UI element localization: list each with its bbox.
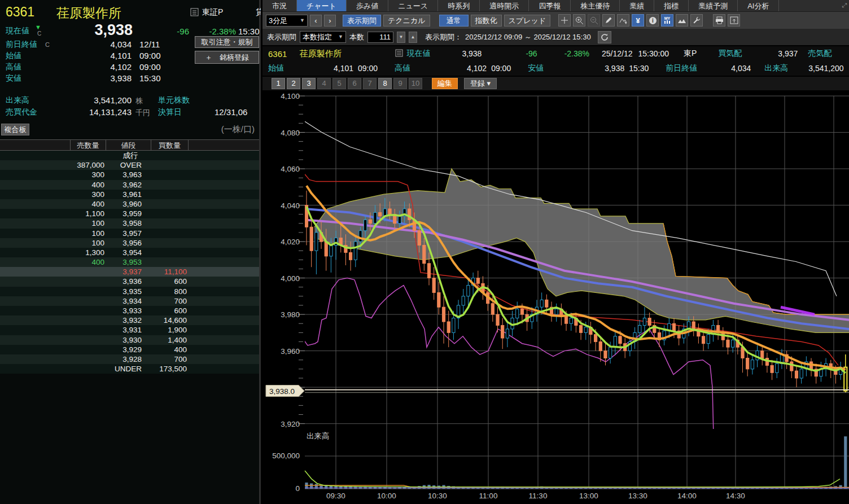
order-book-row[interactable]: 1,1003,959 xyxy=(0,209,259,218)
order-book-row[interactable]: UNDER173,500 xyxy=(0,364,259,374)
print-icon[interactable] xyxy=(713,14,725,27)
buy-qty: 400 xyxy=(157,345,187,354)
quote-row-label: 安値 xyxy=(6,73,21,84)
price-change: -96 xyxy=(158,27,189,36)
page-button-8[interactable]: 8 xyxy=(378,78,392,89)
board-price: 3,933 xyxy=(117,306,142,315)
indexed-mode-button[interactable]: 指数化 xyxy=(471,15,502,27)
bar-count-input[interactable] xyxy=(367,32,393,43)
menu-tab-四季報[interactable]: 四季報 xyxy=(529,0,571,11)
order-book-row[interactable]: 3,9311,900 xyxy=(0,325,259,335)
menu-tab-ニュース[interactable]: ニュース xyxy=(388,0,438,11)
composite-board-button[interactable]: 複合板 xyxy=(1,124,29,135)
menu-tab-指標[interactable]: 指標 xyxy=(654,0,689,11)
register-button[interactable]: 登録 ▾ xyxy=(464,78,497,89)
trade-caution-button[interactable]: 取引注意・規制 xyxy=(195,36,259,48)
order-book-row[interactable]: 3,934700 xyxy=(0,296,259,306)
order-book-row[interactable]: 3,9301,400 xyxy=(0,335,259,345)
my-chart-icon[interactable]: MY xyxy=(661,14,673,27)
order-book-row[interactable]: 3,929400 xyxy=(0,345,259,354)
order-book-row[interactable]: 成行 xyxy=(0,151,259,160)
page-button-6[interactable]: 6 xyxy=(348,78,361,89)
mountain-chart-icon[interactable] xyxy=(676,14,688,27)
menu-tab-チャート[interactable]: チャート xyxy=(297,0,347,11)
menu-tab-業績予測[interactable]: 業績予測 xyxy=(689,0,738,11)
page-button-9[interactable]: 9 xyxy=(393,78,407,89)
order-book-row[interactable]: 1,3003,954 xyxy=(0,248,259,257)
count-up-spinner[interactable]: ▲ xyxy=(409,32,417,43)
menu-tab-業績[interactable]: 業績 xyxy=(620,0,654,11)
document-icon[interactable] xyxy=(190,8,199,19)
menu-tab-株主優待[interactable]: 株主優待 xyxy=(571,0,620,11)
order-book-row[interactable]: 1003,956 xyxy=(0,238,259,248)
zoom-out-icon[interactable] xyxy=(588,14,600,27)
page-button-3[interactable]: 3 xyxy=(302,78,316,89)
order-book-row[interactable]: 3,936600 xyxy=(0,277,259,286)
bid-value: 3,937 xyxy=(778,49,798,58)
order-book-row[interactable]: 3,928700 xyxy=(0,354,259,364)
period-button[interactable]: 表示期間 xyxy=(343,15,381,27)
info-price: 3,938 xyxy=(462,49,482,58)
order-book-row[interactable]: 3,93711,100 xyxy=(0,267,259,277)
next-button[interactable]: › xyxy=(324,15,336,27)
crosshair-icon[interactable] xyxy=(558,14,571,27)
spread-mode-button[interactable]: スプレッド xyxy=(504,15,551,27)
page-button-5[interactable]: 5 xyxy=(332,78,346,89)
yen-scale-icon[interactable]: ¥ xyxy=(632,14,644,27)
buy-qty: 800 xyxy=(157,287,187,296)
quote-row-value: 4,101 xyxy=(52,51,132,60)
board-price: 3,960 xyxy=(117,199,142,209)
current-mark: C xyxy=(37,30,41,37)
board-price: 3,961 xyxy=(117,190,142,199)
refresh-icon[interactable] xyxy=(598,31,611,43)
order-book-row[interactable]: 4003,962 xyxy=(0,180,259,190)
document-icon[interactable] xyxy=(395,49,403,59)
order-book-row[interactable]: 3003,963 xyxy=(0,170,259,179)
period-mode-select[interactable]: 本数指定▼ xyxy=(300,31,346,43)
page-button-4[interactable]: 4 xyxy=(317,78,331,89)
chart-info-row2: 始値 4,101 09:00 高値 4,102 09:00 安値 3,938 1… xyxy=(262,61,849,76)
ask-label: 売気配 xyxy=(808,49,832,59)
count-down-spinner[interactable]: ▼ xyxy=(397,32,405,43)
sell-qty: 387,000 xyxy=(77,160,104,170)
order-book-row[interactable]: 3003,961 xyxy=(0,190,259,199)
menu-tab-時系列[interactable]: 時系列 xyxy=(438,0,480,11)
buy-qty-header: 買数量 xyxy=(151,140,189,150)
edit-button[interactable]: 編集 xyxy=(432,78,458,89)
quote-row-label: 前日終値 xyxy=(6,40,37,50)
price-chart[interactable]: 4,1004,0804,0604,0404,0204,0003,9803,960… xyxy=(262,90,849,504)
technical-button[interactable]: テクニカル xyxy=(383,15,430,27)
order-book-row[interactable]: 3,935800 xyxy=(0,287,259,296)
interval-select[interactable]: 3分足▼ xyxy=(266,15,308,27)
info-icon[interactable]: i xyxy=(646,14,659,27)
open-window-icon[interactable] xyxy=(728,14,740,27)
order-book-row[interactable]: 3,933600 xyxy=(0,306,259,315)
order-book-row[interactable]: 3,93214,600 xyxy=(0,315,259,325)
menu-tab-市況[interactable]: 市況 xyxy=(262,0,297,11)
svg-text:3,980: 3,980 xyxy=(281,310,300,319)
order-book-row[interactable]: 387,000OVER xyxy=(0,160,259,170)
page-button-7[interactable]: 7 xyxy=(363,78,377,89)
svg-text:4,100: 4,100 xyxy=(281,92,300,100)
prev-button[interactable]: ‹ xyxy=(310,15,322,27)
board-price: 3,932 xyxy=(117,315,142,325)
board-price: 3,963 xyxy=(117,170,142,179)
zoom-in-icon[interactable] xyxy=(573,14,585,27)
add-symbol-button[interactable]: ＋ 銘柄登録 xyxy=(195,51,259,64)
page-button-1[interactable]: 1 xyxy=(272,78,285,89)
buy-qty: 1,400 xyxy=(157,335,187,345)
order-book-row[interactable]: 4003,960 xyxy=(0,199,259,209)
normal-mode-button[interactable]: 通常 xyxy=(439,15,469,27)
wrench-icon[interactable] xyxy=(690,14,703,27)
order-book-row[interactable]: 4003,953 xyxy=(0,257,259,267)
menu-tab-歩み値[interactable]: 歩み値 xyxy=(347,0,388,11)
order-book-row[interactable]: 1003,957 xyxy=(0,229,259,238)
pencil-icon[interactable] xyxy=(602,14,615,27)
expand-icon[interactable]: ⤢ xyxy=(842,2,847,9)
page-button-10[interactable]: 10 xyxy=(409,78,422,89)
trendline-icon[interactable] xyxy=(617,14,629,27)
menu-tab-AI分析[interactable]: AI分析 xyxy=(738,0,779,11)
menu-tab-適時開示[interactable]: 適時開示 xyxy=(480,0,529,11)
page-button-2[interactable]: 2 xyxy=(287,78,300,89)
order-book-row[interactable]: 1003,958 xyxy=(0,218,259,228)
